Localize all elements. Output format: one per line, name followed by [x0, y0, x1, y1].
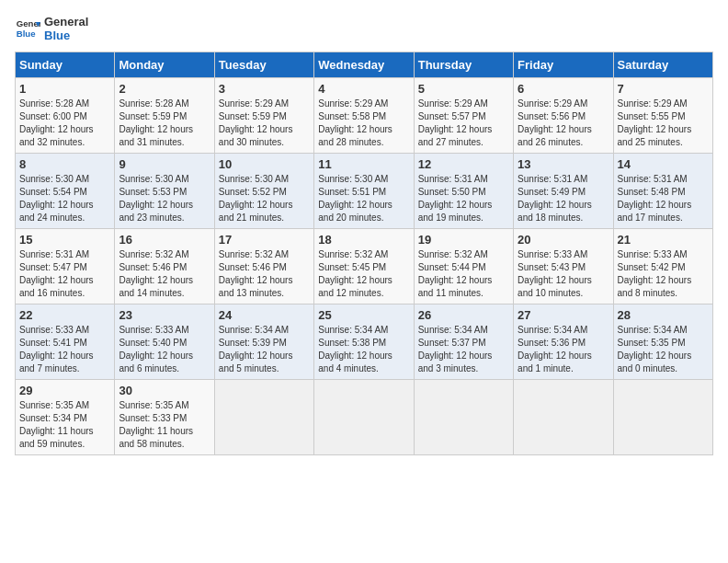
day-info: Sunrise: 5:33 AM Sunset: 5:40 PM Dayligh… — [119, 324, 210, 375]
calendar-week-row: 8Sunrise: 5:30 AM Sunset: 5:54 PM Daylig… — [16, 154, 713, 229]
calendar-cell: 1Sunrise: 5:28 AM Sunset: 6:00 PM Daylig… — [16, 78, 115, 154]
calendar-cell: 5Sunrise: 5:29 AM Sunset: 5:57 PM Daylig… — [414, 78, 513, 154]
header: General Blue General Blue — [15, 15, 713, 42]
calendar-cell — [613, 380, 712, 455]
day-number: 6 — [518, 82, 609, 96]
calendar-cell: 3Sunrise: 5:29 AM Sunset: 5:59 PM Daylig… — [214, 78, 313, 154]
day-info: Sunrise: 5:31 AM Sunset: 5:48 PM Dayligh… — [618, 173, 709, 224]
calendar-cell — [214, 380, 313, 455]
calendar-cell: 13Sunrise: 5:31 AM Sunset: 5:49 PM Dayli… — [514, 154, 613, 229]
calendar-week-row: 22Sunrise: 5:33 AM Sunset: 5:41 PM Dayli… — [16, 304, 713, 380]
logo-general: General — [44, 15, 88, 29]
day-number: 11 — [318, 157, 409, 171]
day-number: 7 — [618, 82, 709, 96]
logo-blue: Blue — [44, 29, 88, 42]
header-cell-wednesday: Wednesday — [314, 52, 414, 78]
calendar-cell: 26Sunrise: 5:34 AM Sunset: 5:37 PM Dayli… — [414, 304, 513, 380]
calendar-cell: 18Sunrise: 5:32 AM Sunset: 5:45 PM Dayli… — [314, 229, 414, 304]
calendar-week-row: 15Sunrise: 5:31 AM Sunset: 5:47 PM Dayli… — [16, 229, 713, 304]
calendar-cell: 8Sunrise: 5:30 AM Sunset: 5:54 PM Daylig… — [16, 154, 115, 229]
day-info: Sunrise: 5:32 AM Sunset: 5:44 PM Dayligh… — [418, 248, 509, 300]
day-number: 8 — [19, 157, 110, 171]
day-number: 5 — [418, 82, 509, 96]
header-cell-saturday: Saturday — [613, 52, 712, 78]
calendar-cell: 15Sunrise: 5:31 AM Sunset: 5:47 PM Dayli… — [16, 229, 115, 304]
day-number: 27 — [518, 308, 609, 322]
day-info: Sunrise: 5:34 AM Sunset: 5:38 PM Dayligh… — [318, 324, 409, 375]
calendar-cell: 24Sunrise: 5:34 AM Sunset: 5:39 PM Dayli… — [214, 304, 313, 380]
day-number: 16 — [119, 233, 210, 247]
day-info: Sunrise: 5:30 AM Sunset: 5:52 PM Dayligh… — [219, 173, 310, 224]
header-row: SundayMondayTuesdayWednesdayThursdayFrid… — [16, 52, 713, 78]
calendar-cell: 4Sunrise: 5:29 AM Sunset: 5:58 PM Daylig… — [314, 78, 414, 154]
calendar-cell — [414, 380, 513, 455]
calendar-cell: 28Sunrise: 5:34 AM Sunset: 5:35 PM Dayli… — [613, 304, 712, 380]
calendar-cell: 22Sunrise: 5:33 AM Sunset: 5:41 PM Dayli… — [16, 304, 115, 380]
svg-text:Blue: Blue — [17, 29, 36, 39]
day-info: Sunrise: 5:31 AM Sunset: 5:47 PM Dayligh… — [19, 248, 110, 300]
day-info: Sunrise: 5:32 AM Sunset: 5:46 PM Dayligh… — [219, 248, 310, 300]
calendar-cell: 11Sunrise: 5:30 AM Sunset: 5:51 PM Dayli… — [314, 154, 414, 229]
calendar-cell: 19Sunrise: 5:32 AM Sunset: 5:44 PM Dayli… — [414, 229, 513, 304]
day-number: 24 — [219, 308, 310, 322]
day-number: 18 — [318, 233, 409, 247]
calendar-week-row: 29Sunrise: 5:35 AM Sunset: 5:34 PM Dayli… — [16, 380, 713, 455]
calendar-cell: 30Sunrise: 5:35 AM Sunset: 5:33 PM Dayli… — [115, 380, 214, 455]
calendar-table: SundayMondayTuesdayWednesdayThursdayFrid… — [15, 52, 713, 455]
logo-icon: General Blue — [15, 16, 40, 41]
calendar-cell: 9Sunrise: 5:30 AM Sunset: 5:53 PM Daylig… — [115, 154, 214, 229]
day-info: Sunrise: 5:31 AM Sunset: 5:49 PM Dayligh… — [518, 173, 609, 224]
header-cell-sunday: Sunday — [16, 52, 115, 78]
day-info: Sunrise: 5:28 AM Sunset: 5:59 PM Dayligh… — [119, 98, 210, 149]
day-number: 2 — [119, 82, 210, 96]
day-number: 21 — [618, 233, 709, 247]
calendar-cell: 25Sunrise: 5:34 AM Sunset: 5:38 PM Dayli… — [314, 304, 414, 380]
day-number: 1 — [19, 82, 110, 96]
day-info: Sunrise: 5:28 AM Sunset: 6:00 PM Dayligh… — [19, 98, 110, 149]
calendar-cell: 7Sunrise: 5:29 AM Sunset: 5:55 PM Daylig… — [613, 78, 712, 154]
calendar-cell: 6Sunrise: 5:29 AM Sunset: 5:56 PM Daylig… — [514, 78, 613, 154]
day-number: 13 — [518, 157, 609, 171]
calendar-cell: 20Sunrise: 5:33 AM Sunset: 5:43 PM Dayli… — [514, 229, 613, 304]
day-info: Sunrise: 5:35 AM Sunset: 5:34 PM Dayligh… — [19, 399, 110, 451]
day-info: Sunrise: 5:29 AM Sunset: 5:58 PM Dayligh… — [318, 98, 409, 149]
day-number: 19 — [418, 233, 509, 247]
calendar-week-row: 1Sunrise: 5:28 AM Sunset: 6:00 PM Daylig… — [16, 78, 713, 154]
calendar-cell: 21Sunrise: 5:33 AM Sunset: 5:42 PM Dayli… — [613, 229, 712, 304]
calendar-cell: 16Sunrise: 5:32 AM Sunset: 5:46 PM Dayli… — [115, 229, 214, 304]
calendar-cell: 12Sunrise: 5:31 AM Sunset: 5:50 PM Dayli… — [414, 154, 513, 229]
day-info: Sunrise: 5:31 AM Sunset: 5:50 PM Dayligh… — [418, 173, 509, 224]
day-info: Sunrise: 5:32 AM Sunset: 5:46 PM Dayligh… — [119, 248, 210, 300]
header-cell-monday: Monday — [115, 52, 214, 78]
day-number: 15 — [19, 233, 110, 247]
day-info: Sunrise: 5:33 AM Sunset: 5:41 PM Dayligh… — [19, 324, 110, 375]
day-info: Sunrise: 5:35 AM Sunset: 5:33 PM Dayligh… — [119, 399, 210, 451]
day-number: 14 — [618, 157, 709, 171]
day-number: 17 — [219, 233, 310, 247]
day-number: 12 — [418, 157, 509, 171]
day-number: 22 — [19, 308, 110, 322]
day-info: Sunrise: 5:34 AM Sunset: 5:36 PM Dayligh… — [518, 324, 609, 375]
day-number: 25 — [318, 308, 409, 322]
header-cell-thursday: Thursday — [414, 52, 513, 78]
day-number: 23 — [119, 308, 210, 322]
day-info: Sunrise: 5:30 AM Sunset: 5:51 PM Dayligh… — [318, 173, 409, 224]
day-info: Sunrise: 5:34 AM Sunset: 5:37 PM Dayligh… — [418, 324, 509, 375]
calendar-cell: 14Sunrise: 5:31 AM Sunset: 5:48 PM Dayli… — [613, 154, 712, 229]
day-info: Sunrise: 5:29 AM Sunset: 5:56 PM Dayligh… — [518, 98, 609, 149]
day-info: Sunrise: 5:29 AM Sunset: 5:57 PM Dayligh… — [418, 98, 509, 149]
day-info: Sunrise: 5:30 AM Sunset: 5:53 PM Dayligh… — [119, 173, 210, 224]
calendar-cell: 17Sunrise: 5:32 AM Sunset: 5:46 PM Dayli… — [214, 229, 313, 304]
day-number: 29 — [19, 384, 110, 397]
day-number: 9 — [119, 157, 210, 171]
calendar-cell — [514, 380, 613, 455]
day-info: Sunrise: 5:29 AM Sunset: 5:55 PM Dayligh… — [618, 98, 709, 149]
day-info: Sunrise: 5:33 AM Sunset: 5:42 PM Dayligh… — [618, 248, 709, 300]
day-number: 4 — [318, 82, 409, 96]
day-number: 20 — [518, 233, 609, 247]
calendar-cell: 23Sunrise: 5:33 AM Sunset: 5:40 PM Dayli… — [115, 304, 214, 380]
calendar-cell — [314, 380, 414, 455]
day-info: Sunrise: 5:29 AM Sunset: 5:59 PM Dayligh… — [219, 98, 310, 149]
day-number: 10 — [219, 157, 310, 171]
day-info: Sunrise: 5:34 AM Sunset: 5:39 PM Dayligh… — [219, 324, 310, 375]
